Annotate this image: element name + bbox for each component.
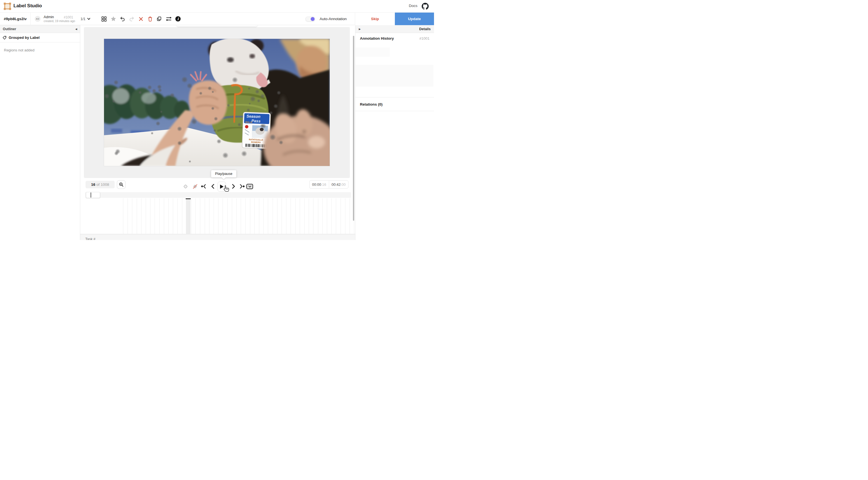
frame-current: 16 <box>91 182 95 186</box>
timeline-gridline <box>182 198 182 234</box>
chevron-down-icon <box>248 185 251 188</box>
timeline-gridline <box>132 198 132 234</box>
previous-keypoint-button[interactable] <box>200 182 208 191</box>
timeline-gridline <box>214 198 214 234</box>
timeline-gridline <box>331 198 332 234</box>
timeline-gridline <box>264 198 264 234</box>
timeline-gridline <box>177 198 178 234</box>
floating-toolbar-cutoff <box>177 25 257 27</box>
timeline-gridline <box>349 198 350 234</box>
task-id: #9pb8Lgs2iv <box>0 12 31 25</box>
timeline-gridline <box>295 198 296 234</box>
delete-icon[interactable] <box>147 15 154 22</box>
annotation-created: created, 19 minutes ago <box>43 19 75 23</box>
magnifier-plus-icon <box>119 182 124 187</box>
frame-total: 1008 <box>101 182 109 186</box>
toolbar-icon-row: i <box>101 12 181 25</box>
previous-frame-button[interactable] <box>209 182 217 191</box>
keypoint-interpolation-button[interactable] <box>191 182 199 191</box>
timeline-gridline <box>309 198 309 234</box>
play-icon <box>220 184 224 189</box>
timeline-gridline <box>159 198 160 234</box>
redo-icon[interactable] <box>128 15 135 22</box>
settings-icon[interactable] <box>165 15 172 22</box>
docs-link[interactable]: Docs <box>409 4 417 8</box>
details-header: ▶ Details <box>355 25 434 33</box>
timeline-playhead-column <box>186 198 190 234</box>
details-title: Details <box>419 27 431 31</box>
chevron-down-icon <box>87 17 91 21</box>
app-header: Label Studio Docs <box>0 0 434 12</box>
timeline-gridline <box>146 198 146 234</box>
timeline-gridline <box>259 198 259 234</box>
undo-icon[interactable] <box>119 15 126 22</box>
next-frame-button[interactable] <box>229 182 238 191</box>
annotation-history-header: Annotation History #1001 <box>355 33 434 43</box>
next-keypoint-button[interactable] <box>238 182 246 191</box>
toggle-track[interactable] <box>305 16 315 22</box>
timeline-gridline <box>137 198 137 234</box>
timeline-gridline <box>164 198 164 234</box>
play-pause-button[interactable] <box>218 182 226 192</box>
tooltip-text: Play/pause <box>215 172 232 176</box>
timeline-gridline <box>200 198 200 234</box>
timeline-gridline <box>218 198 218 234</box>
timeline-gridline <box>277 198 277 234</box>
update-button[interactable]: Update <box>395 12 434 25</box>
relations-section[interactable]: Relations (0) <box>355 97 434 111</box>
annotation-history-id: #1001 <box>420 36 430 40</box>
group-by-label-control[interactable]: Grouped by Label <box>0 33 80 42</box>
timeline-gridline <box>123 198 123 234</box>
playback-config-button[interactable] <box>246 184 253 189</box>
timeline-gridline <box>268 198 268 234</box>
keypoint-add-button[interactable] <box>182 182 189 191</box>
pager-label: 1/1 <box>81 17 85 21</box>
frame-of: of <box>96 182 99 186</box>
timeline-gridline <box>191 198 191 234</box>
timeline-gridline <box>345 198 345 234</box>
minimap-seek-position <box>91 193 91 198</box>
reject-icon[interactable] <box>137 15 144 22</box>
github-icon[interactable] <box>422 3 429 10</box>
time-display: 00:00:16 00:42:00 <box>309 180 348 188</box>
video-frame[interactable]: Season Pass 2011-12 RATATOUILLE BOWERS <box>104 39 330 166</box>
auto-annotation-toggle[interactable]: Auto-Annotation <box>305 12 347 25</box>
timeline-gridline <box>245 198 246 234</box>
task-label: Task # <box>85 237 95 240</box>
timeline-minimap[interactable] <box>85 192 351 198</box>
timeline-gridline <box>250 198 250 234</box>
annotation-toolbar: #9pb8Lgs2iv AD Admin #1001 created, 19 m… <box>0 12 434 25</box>
star-icon[interactable] <box>110 15 117 22</box>
info-icon[interactable]: i <box>175 15 181 22</box>
timeline-gridline <box>127 198 128 234</box>
collapse-left-icon[interactable]: ◀ <box>75 28 77 30</box>
outliner-panel: Outliner ◀ Grouped by Label Regions not … <box>0 25 80 240</box>
svg-text:Pass: Pass <box>251 118 260 123</box>
timeline-gridline <box>286 198 286 234</box>
timeline-gridline <box>282 198 282 234</box>
timeline-gridline <box>205 198 205 234</box>
history-placeholder <box>356 65 433 87</box>
timeline-grid[interactable] <box>80 198 355 234</box>
grid-view-icon[interactable] <box>101 15 107 22</box>
skip-button[interactable]: Skip <box>355 12 395 25</box>
collapse-right-icon[interactable]: ▶ <box>359 28 361 30</box>
time-length: 00:42:00 <box>329 180 348 188</box>
avatar: AD <box>35 16 40 22</box>
timeline-gridline <box>341 198 341 234</box>
annotation-pager[interactable]: 1/1 <box>81 12 91 25</box>
zoom-in-button[interactable] <box>117 180 126 189</box>
time-position: 00:00:16 <box>310 180 329 188</box>
timeline-gridline <box>227 198 228 234</box>
frame-counter[interactable]: 16 of 1008 <box>86 181 115 188</box>
annotation-id: #1001 <box>64 15 73 19</box>
duplicate-icon[interactable] <box>156 15 163 22</box>
timeline-playhead-cap[interactable] <box>186 198 191 199</box>
timeline-gridline <box>254 198 255 234</box>
timeline-gridline <box>195 198 196 234</box>
minimap-handle[interactable] <box>86 192 100 198</box>
video-content: Season Pass 2011-12 RATATOUILLE BOWERS <box>104 39 330 166</box>
timeline-gridline <box>173 198 173 234</box>
vertical-scrollbar[interactable] <box>353 36 354 221</box>
timeline-gridline <box>322 198 323 234</box>
